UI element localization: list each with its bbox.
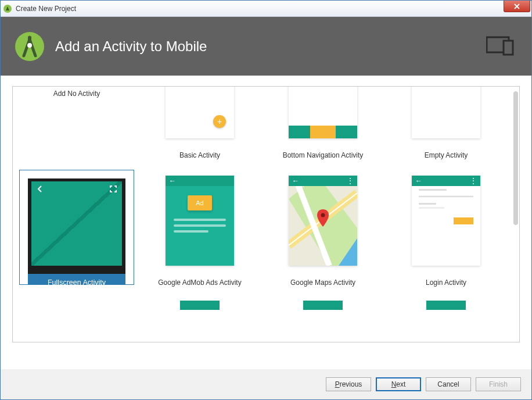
activity-gallery: Add No Activity + Basic Activity	[12, 86, 520, 342]
titlebar: Create New Project	[1, 1, 531, 17]
banner: Add an Activity to Mobile	[1, 17, 531, 76]
svg-rect-3	[28, 36, 31, 41]
basic-activity-preview: +	[166, 86, 234, 138]
android-studio-logo-icon	[15, 31, 45, 62]
gallery-area: Add No Activity + Basic Activity	[1, 76, 531, 369]
tile-login-activity[interactable]: ←⋮ Login Activity	[387, 173, 505, 289]
fab-icon: +	[213, 115, 226, 128]
button-bar: Previous Next Cancel Finish	[1, 369, 531, 399]
tile-label: Basic Activity	[179, 151, 220, 162]
finish-button[interactable]: Finish	[476, 377, 521, 391]
ad-badge: Ad	[188, 195, 212, 210]
window-title: Create New Project	[16, 5, 76, 13]
tile-fullscreen-activity[interactable]: Fullscreen Activity	[17, 170, 136, 289]
next-button[interactable]: Next	[376, 377, 421, 391]
maps-preview: ←⋮	[289, 176, 357, 266]
fullscreen-expand-icon	[109, 185, 117, 195]
no-activity-label: Add No Activity	[42, 86, 111, 138]
tile-label: Bottom Navigation Activity	[283, 151, 364, 162]
close-button[interactable]	[504, 1, 530, 12]
tile-label: Login Activity	[426, 278, 466, 289]
login-preview: ←⋮	[412, 176, 480, 266]
tile-peek[interactable]	[264, 301, 382, 310]
tile-peek[interactable]	[387, 301, 505, 310]
bottom-nav-preview	[289, 86, 357, 138]
admob-preview: ← Ad	[166, 176, 234, 266]
back-arrow-icon: ←	[415, 177, 422, 185]
tile-add-no-activity[interactable]: Add No Activity	[17, 86, 136, 162]
back-arrow-icon: ←	[292, 177, 299, 185]
banner-heading: Add an Activity to Mobile	[55, 38, 207, 55]
dialog-window: Create New Project Add an Activity to Mo…	[0, 0, 532, 400]
map-pin-icon	[317, 209, 329, 229]
svg-point-2	[27, 43, 32, 48]
tile-label: Fullscreen Activity	[28, 274, 125, 284]
svg-point-9	[321, 213, 325, 217]
cancel-button[interactable]: Cancel	[426, 377, 471, 391]
svg-rect-5	[504, 41, 513, 55]
previous-button[interactable]: Previous	[326, 377, 371, 391]
tile-bottom-navigation-activity[interactable]: Bottom Navigation Activity	[264, 86, 382, 162]
tile-label: Google AdMob Ads Activity	[158, 278, 241, 289]
app-icon	[3, 4, 12, 13]
tile-peek[interactable]	[17, 301, 136, 310]
tile-label: Empty Activity	[425, 151, 468, 162]
overflow-menu-icon: ⋮	[347, 179, 354, 183]
device-form-factor-icon	[486, 35, 515, 58]
dialog-content: Add an Activity to Mobile Add No Activit…	[1, 17, 531, 399]
close-icon	[513, 3, 520, 9]
overflow-menu-icon: ⋮	[470, 179, 477, 183]
scrollbar[interactable]	[513, 91, 518, 225]
back-arrow-icon	[36, 185, 44, 195]
fullscreen-preview	[28, 178, 125, 274]
back-arrow-icon: ←	[169, 177, 176, 185]
tile-google-maps-activity[interactable]: ←⋮ Google Maps Activity	[264, 173, 382, 289]
tile-label: Google Maps Activity	[290, 278, 355, 289]
tile-empty-activity[interactable]: Empty Activity	[387, 86, 505, 162]
tile-google-admob-ads-activity[interactable]: ← Ad Google AdMob Ads Activity	[141, 173, 259, 289]
empty-activity-preview	[412, 86, 480, 138]
tile-peek[interactable]	[141, 301, 259, 310]
tile-basic-activity[interactable]: + Basic Activity	[141, 86, 259, 162]
